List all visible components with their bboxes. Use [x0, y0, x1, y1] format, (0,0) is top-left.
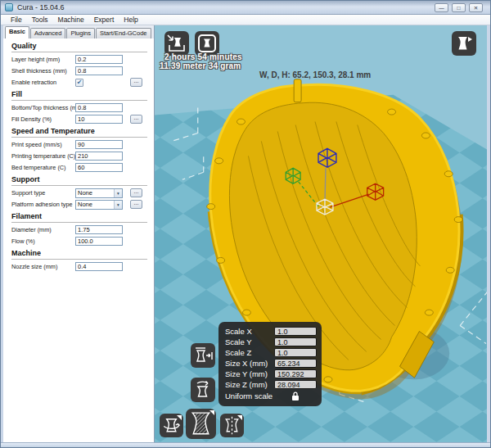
size-z-value[interactable]: 28.094 — [274, 380, 317, 389]
setting-row: Flow (%) — [11, 236, 154, 247]
rotate-tool-button[interactable] — [160, 414, 183, 437]
layer-height-input[interactable] — [75, 55, 123, 64]
scale-panel-row: Scale X 1.0 — [225, 326, 317, 337]
tab-advanced[interactable]: Advanced — [30, 28, 65, 38]
select-value: None — [76, 189, 114, 197]
settings-sidebar: Basic Advanced Plugins Start/End-GCode Q… — [3, 25, 154, 442]
size-x-label: Size X (mm) — [225, 359, 274, 368]
tab-plugins[interactable]: Plugins — [66, 28, 95, 38]
menu-tools[interactable]: Tools — [27, 15, 53, 25]
shell-thickness-input[interactable] — [75, 66, 123, 75]
section-support: Support — [11, 175, 147, 186]
scale-panel-row: Size X (mm) 65.234 — [225, 358, 317, 369]
window-bottom-border — [1, 442, 490, 447]
setting-row: Bottom/Top thickness (mm) — [11, 102, 154, 113]
print-speed-input[interactable] — [75, 140, 123, 149]
maximize-button[interactable]: □ — [452, 3, 466, 12]
chevron-down-icon: ▾ — [114, 201, 122, 209]
scale-panel: Scale X 1.0 Scale Y 1.0 Scale Z 1.0 Size… — [218, 322, 322, 406]
setting-row: Print speed (mm/s) — [11, 139, 154, 150]
tab-start-end-gcode[interactable]: Start/End-GCode — [96, 28, 151, 38]
3d-viewport[interactable]: 2 hours 54 minutes 11.39 meter 34 gram W… — [154, 25, 487, 442]
retraction-settings-more-button[interactable]: ... — [130, 78, 142, 87]
setting-label: Fill Density (%) — [11, 115, 75, 123]
bottom-top-thickness-input[interactable] — [75, 103, 123, 112]
support-type-select[interactable]: None ▾ — [75, 188, 123, 198]
check-icon: ✔ — [77, 79, 83, 86]
scale-max-button[interactable] — [191, 343, 215, 368]
setting-row: Fill Density (%) ... — [11, 114, 154, 124]
bed-temperature-input[interactable] — [75, 163, 123, 172]
setting-row: Shell thickness (mm) — [11, 66, 154, 76]
view-mode-button[interactable] — [452, 31, 476, 56]
setting-label: Support type — [11, 189, 75, 197]
support-settings-more-button[interactable]: ... — [130, 188, 142, 197]
tool-expand-icon — [177, 415, 182, 420]
setting-row: Enable retraction ✔ ... — [11, 77, 154, 88]
printing-temperature-input[interactable] — [75, 152, 123, 161]
select-value: None — [76, 201, 114, 208]
scale-x-label: Scale X — [225, 327, 274, 336]
setting-row: Support type None ▾ ... — [11, 188, 154, 198]
size-y-label: Size Y (mm) — [225, 369, 274, 378]
scale-panel-row: Size Z (mm) 28.094 — [225, 379, 317, 390]
section-quality: Quality — [11, 42, 147, 52]
scale-panel-row: Scale Y 1.0 — [225, 337, 317, 347]
scale-z-label: Scale Z — [225, 348, 274, 357]
scale-panel-row: Size Y (mm) 150.292 — [225, 369, 317, 379]
mirror-tool-button[interactable] — [220, 414, 244, 437]
filament-diameter-input[interactable] — [75, 225, 123, 234]
setting-label: Nozzle size (mm) — [11, 263, 75, 270]
titlebar: Cura - 15.04.6 — □ ✕ — [1, 1, 490, 15]
setting-label: Enable retraction — [11, 79, 75, 86]
chevron-down-icon: ▾ — [114, 189, 122, 197]
setting-label: Printing temperature (C) — [11, 152, 75, 160]
menu-help[interactable]: Help — [119, 15, 142, 25]
scale-tool-button[interactable] — [186, 409, 216, 439]
section-machine: Machine — [11, 249, 147, 260]
scale-reset-button[interactable] — [191, 378, 215, 402]
setting-label: Flow (%) — [11, 238, 75, 245]
size-z-label: Size Z (mm) — [225, 380, 274, 389]
scale-y-label: Scale Y — [225, 337, 274, 346]
menu-expert[interactable]: Expert — [89, 15, 119, 25]
fill-density-input[interactable] — [75, 115, 123, 124]
fill-settings-more-button[interactable]: ... — [130, 115, 142, 124]
tab-basic[interactable]: Basic — [5, 26, 29, 38]
size-x-value[interactable]: 65.234 — [274, 359, 317, 368]
adhesion-settings-more-button[interactable]: ... — [130, 200, 142, 209]
section-filament: Filament — [11, 212, 147, 223]
setting-row: Platform adhesion type None ▾ ... — [11, 199, 154, 210]
close-button[interactable]: ✕ — [469, 3, 483, 12]
scale-x-value[interactable]: 1.0 — [274, 327, 317, 336]
flow-input[interactable] — [75, 237, 123, 246]
minimize-button[interactable]: — — [435, 3, 448, 12]
menubar: File Tools Machine Expert Help — [1, 15, 490, 25]
stern-post — [294, 79, 301, 102]
nozzle-size-input[interactable] — [75, 262, 123, 271]
menu-file[interactable]: File — [6, 15, 27, 25]
window-title: Cura - 15.04.6 — [17, 3, 435, 11]
app-icon — [5, 3, 13, 11]
size-y-value[interactable]: 150.292 — [274, 369, 317, 378]
setting-label: Layer height (mm) — [11, 56, 75, 63]
uniform-scale-label: Uniform scale — [225, 391, 274, 400]
platform-adhesion-select[interactable]: None ▾ — [75, 200, 123, 210]
setting-row: Layer height (mm) — [11, 54, 154, 65]
setting-label: Platform adhesion type — [11, 201, 75, 208]
setting-row: Printing temperature (C) — [11, 151, 154, 161]
settings-panel: Quality Layer height (mm) Shell thicknes… — [3, 38, 154, 442]
uniform-scale-lock-toggle[interactable] — [274, 391, 317, 401]
setting-label: Diameter (mm) — [11, 226, 75, 233]
enable-retraction-checkbox[interactable]: ✔ — [75, 79, 83, 87]
scale-y-value[interactable]: 1.0 — [274, 337, 317, 346]
setting-row: Bed temperature (C) — [11, 162, 154, 173]
menu-machine[interactable]: Machine — [53, 15, 89, 25]
scale-z-value[interactable]: 1.0 — [274, 348, 317, 357]
model-dimensions-label: W, D, H: 65.2, 150.3, 28.1 mm — [259, 70, 371, 79]
setting-label: Print speed (mm/s) — [11, 141, 75, 148]
setting-label: Shell thickness (mm) — [11, 67, 75, 75]
tabstrip: Basic Advanced Plugins Start/End-GCode — [3, 25, 154, 38]
setting-label: Bottom/Top thickness (mm) — [11, 104, 75, 111]
material-usage-label: 11.39 meter 34 gram — [160, 61, 241, 70]
